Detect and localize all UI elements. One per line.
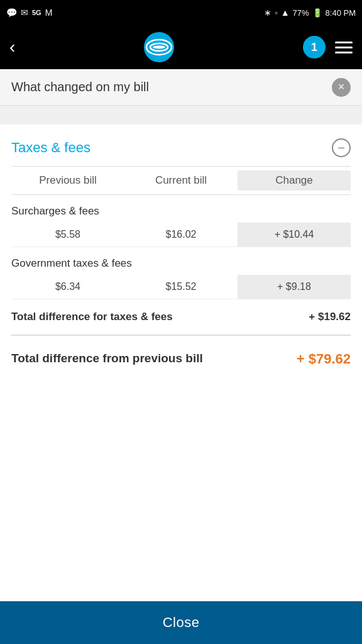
taxes-total-label: Total difference for taxes & fees — [11, 311, 238, 323]
notification-badge[interactable]: 1 — [303, 36, 326, 58]
gov-taxes-category: Government taxes & fees — [11, 247, 351, 275]
header-previous: Previous bill — [11, 174, 124, 187]
close-button-container: Close — [0, 601, 362, 644]
surcharges-data-row: $5.58 $16.02 + $10.44 — [11, 223, 351, 247]
svg-point-3 — [153, 46, 165, 49]
header-current: Current bill — [124, 174, 238, 187]
taxes-fees-section-header: Taxes & fees − — [11, 125, 351, 167]
taxes-total-row: Total difference for taxes & fees + $19.… — [11, 299, 351, 336]
menu-line-3 — [335, 52, 353, 53]
back-button[interactable]: ‹ — [9, 37, 15, 57]
collapse-button[interactable]: − — [332, 138, 351, 157]
taxes-total-value: + $19.62 — [238, 311, 351, 323]
status-bar: 💬 ✉ 5G M ∗ ◦ ▲ 77% 🔋 8:40 PM — [0, 0, 362, 25]
close-x-icon: × — [338, 80, 345, 94]
nav-right: 1 — [303, 36, 353, 58]
close-button[interactable]: Close — [0, 601, 362, 644]
surcharges-previous: $5.58 — [11, 229, 124, 240]
gov-taxes-previous: $6.34 — [11, 281, 124, 292]
status-bar-left: 💬 ✉ 5G M — [6, 8, 52, 18]
status-bar-right: ∗ ◦ ▲ 77% 🔋 8:40 PM — [264, 8, 356, 18]
signal-icon: ▲ — [281, 8, 290, 18]
search-bar: What changed on my bill × — [0, 69, 362, 106]
header-change: Change — [238, 170, 351, 191]
menu-line-1 — [335, 42, 353, 43]
menu-button[interactable] — [335, 42, 353, 53]
time: 8:40 PM — [326, 8, 356, 18]
grand-total-label: Total difference from previous bill — [11, 351, 238, 367]
menu-line-2 — [335, 47, 353, 48]
surcharges-current: $16.02 — [124, 229, 238, 240]
gmail-icon: M — [45, 8, 53, 18]
content-area: Taxes & fees − Previous bill Current bil… — [0, 125, 362, 386]
taxes-fees-title: Taxes & fees — [11, 140, 90, 156]
messenger-icon: 💬 — [6, 8, 17, 18]
bluetooth-icon: ∗ — [264, 8, 272, 18]
search-close-button[interactable]: × — [332, 78, 351, 97]
mail-icon: ✉ — [21, 8, 28, 18]
battery-percent: 77% — [293, 8, 309, 18]
battery-icon: 🔋 — [312, 8, 322, 18]
wifi-icon: ◦ — [275, 8, 278, 18]
gov-taxes-change: + $9.18 — [238, 275, 351, 299]
gov-taxes-current: $15.52 — [124, 281, 238, 292]
grand-total-value: + $79.62 — [238, 351, 351, 367]
search-text: What changed on my bill — [11, 80, 149, 94]
surcharges-change: + $10.44 — [238, 223, 351, 247]
gov-taxes-data-row: $6.34 $15.52 + $9.18 — [11, 275, 351, 299]
surcharges-category: Surcharges & fees — [11, 195, 351, 223]
att-logo — [143, 31, 175, 63]
section-spacer — [0, 106, 362, 125]
nav-bar: ‹ 1 — [0, 25, 362, 69]
5g-icon: 5G — [32, 9, 41, 16]
table-header: Previous bill Current bill Change — [11, 167, 351, 195]
grand-total-row: Total difference from previous bill + $7… — [11, 336, 351, 386]
